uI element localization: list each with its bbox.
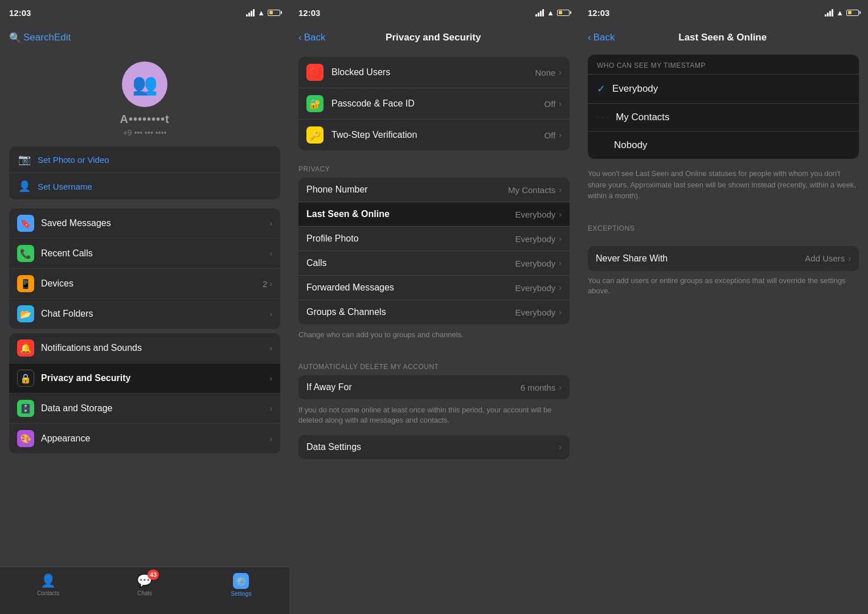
chevron-right-icon: › xyxy=(269,249,272,258)
page-title-3: Last Seen & Online xyxy=(615,32,830,43)
never-share-item[interactable]: Never Share With Add Users › xyxy=(588,246,859,271)
status-icons-3: ▲ xyxy=(825,9,859,17)
chevron-right-icon: › xyxy=(559,259,562,268)
bookmark-icon: 🔖 xyxy=(17,215,34,232)
avatar-icon: 👥 xyxy=(132,72,158,96)
tab-bar: 👤 Contacts 💬 43 Chats ⚙️ Settings xyxy=(0,567,289,614)
option-nobody[interactable]: Nobody xyxy=(588,131,859,159)
tab-chats[interactable]: 💬 43 Chats xyxy=(96,567,193,603)
battery-icon-3 xyxy=(846,10,859,16)
chevron-right-icon: › xyxy=(848,254,851,263)
profile-photo-item[interactable]: Profile Photo Everybody › xyxy=(298,227,570,251)
calls-item[interactable]: Calls Everybody › xyxy=(298,251,570,276)
blocked-icon: 🚫 xyxy=(306,64,324,81)
lock-icon: 🔒 xyxy=(17,370,34,387)
nav-bar-1: 🔍 Search Edit xyxy=(0,25,289,50)
chevron-right-icon: › xyxy=(269,434,272,443)
who-can-see-dropdown: WHO CAN SEE MY TIMESTAMP ✓ Everybody · ·… xyxy=(588,55,859,159)
bell-icon: 🔔 xyxy=(17,339,34,357)
data-settings-section: Data Settings › xyxy=(298,435,570,459)
blocked-users-item[interactable]: 🚫 Blocked Users None › xyxy=(298,57,570,88)
search-icon-1: 🔍 xyxy=(9,32,21,44)
sidebar-item-devices[interactable]: 📱 Devices 2 › xyxy=(9,269,280,299)
chevron-right-icon: › xyxy=(269,343,272,353)
chevron-right-icon: › xyxy=(559,383,562,392)
auto-delete-header: AUTOMATICALLY DELETE MY ACCOUNT xyxy=(289,349,579,375)
check-icon: ✓ xyxy=(597,83,605,95)
forwarded-item[interactable]: Forwarded Messages Everybody › xyxy=(298,276,570,300)
option-everybody[interactable]: ✓ Everybody xyxy=(588,74,859,103)
action-buttons: 📷 Set Photo or Video 👤 Set Username xyxy=(9,146,280,199)
sidebar-item-recent-calls[interactable]: 📞 Recent Calls › xyxy=(9,239,280,269)
phone-number-item[interactable]: Phone Number My Contacts › xyxy=(298,178,570,202)
folder-icon: 📂 xyxy=(17,305,34,322)
camera-icon: 📷 xyxy=(18,153,31,166)
sidebar-item-saved-messages[interactable]: 🔖 Saved Messages › xyxy=(9,208,280,239)
key-icon: 🔑 xyxy=(306,126,324,144)
wifi-icon-3: ▲ xyxy=(836,9,844,17)
panel-settings: 12:03 ▲ 🔍 Search Edit 👥 A xyxy=(0,0,289,614)
dropdown-header: WHO CAN SEE MY TIMESTAMP xyxy=(588,55,859,74)
sidebar-item-appearance[interactable]: 🎨 Appearance › xyxy=(9,424,280,453)
back-button-2[interactable]: ‹ Back xyxy=(298,32,325,43)
panel-last-seen: 12:03 ▲ ‹ Back Last Seen & Online WHO CA… xyxy=(579,0,868,614)
status-bar-2: 12:03 ▲ xyxy=(289,0,579,25)
signal-icon-3 xyxy=(825,9,833,17)
tab-settings[interactable]: ⚙️ Settings xyxy=(193,567,289,603)
chevron-left-icon-2: ‹ xyxy=(298,32,302,43)
exceptions-footer: You can add users or entire groups as ex… xyxy=(579,272,868,305)
chevron-right-icon: › xyxy=(269,219,272,228)
settings-icon: ⚙️ xyxy=(233,573,249,589)
devices-icon: 📱 xyxy=(17,275,34,292)
battery-icon-2 xyxy=(557,10,570,16)
sidebar-item-privacy[interactable]: 🔒 Privacy and Security › xyxy=(9,363,280,394)
panel-privacy: 12:03 ▲ ‹ Back Privacy and Security 🚫 xyxy=(289,0,579,614)
chevron-right-icon: › xyxy=(559,210,562,219)
chevron-right-icon: › xyxy=(559,99,562,108)
exceptions-list: Never Share With Add Users › xyxy=(588,246,859,271)
set-photo-button[interactable]: 📷 Set Photo or Video xyxy=(9,146,280,173)
set-username-button[interactable]: 👤 Set Username xyxy=(9,173,280,199)
two-step-item[interactable]: 🔑 Two-Step Verification Off › xyxy=(298,120,570,150)
signal-icon-2 xyxy=(535,9,544,17)
last-seen-item[interactable]: Last Seen & Online Everybody › xyxy=(298,202,570,227)
chevron-right-icon: › xyxy=(269,404,272,413)
profile-phone: +9 ••• ••• •••• xyxy=(123,128,167,137)
at-icon: 👤 xyxy=(18,180,31,193)
auto-delete-list: If Away For 6 months › xyxy=(298,375,570,399)
timestamp-info: You won't see Last Seen and Online statu… xyxy=(579,163,868,211)
tab-contacts[interactable]: 👤 Contacts xyxy=(0,567,96,603)
groups-item[interactable]: Groups & Channels Everybody › xyxy=(298,300,570,324)
status-icons-1: ▲ xyxy=(246,9,280,17)
sidebar-item-data[interactable]: 🗄️ Data and Storage › xyxy=(9,394,280,424)
profile-name: A••••••••t xyxy=(120,113,169,126)
chevron-right-icon: › xyxy=(269,279,272,288)
exceptions-header: EXCEPTIONS xyxy=(579,211,868,237)
chevron-right-icon: › xyxy=(559,283,562,292)
status-bar-1: 12:03 ▲ xyxy=(0,0,289,25)
privacy-list: Phone Number My Contacts › Last Seen & O… xyxy=(298,178,570,324)
status-bar-3: 12:03 ▲ xyxy=(579,0,868,25)
if-away-item[interactable]: If Away For 6 months › xyxy=(298,375,570,399)
privacy-header: PRIVACY xyxy=(289,152,579,178)
time-1: 12:03 xyxy=(9,8,31,18)
battery-icon-1 xyxy=(268,10,280,16)
profile-section: 👥 A••••••••t +9 ••• ••• •••• xyxy=(0,50,289,146)
option-my-contacts[interactable]: · · · My Contacts xyxy=(588,103,859,131)
search-nav-1[interactable]: 🔍 Search xyxy=(9,32,54,44)
back-button-3[interactable]: ‹ Back xyxy=(588,32,615,43)
wifi-icon-1: ▲ xyxy=(257,9,265,17)
passcode-item[interactable]: 🔐 Passcode & Face ID Off › xyxy=(298,88,570,120)
dots-icon: · · · xyxy=(597,115,609,120)
last-seen-scroll: WHO CAN SEE MY TIMESTAMP ✓ Everybody · ·… xyxy=(579,50,868,614)
sidebar-item-notifications[interactable]: 🔔 Notifications and Sounds › xyxy=(9,333,280,363)
phone-icon: 📞 xyxy=(17,245,34,262)
sidebar-item-chat-folders[interactable]: 📂 Chat Folders › xyxy=(9,299,280,329)
time-2: 12:03 xyxy=(298,8,320,18)
chevron-right-icon: › xyxy=(559,308,562,317)
status-icons-2: ▲ xyxy=(535,9,570,17)
data-settings-item[interactable]: Data Settings › xyxy=(298,435,570,459)
chevron-right-icon: › xyxy=(559,443,562,452)
auto-delete-footer: If you do not come online at least once … xyxy=(289,400,579,435)
edit-button[interactable]: Edit xyxy=(54,32,71,43)
